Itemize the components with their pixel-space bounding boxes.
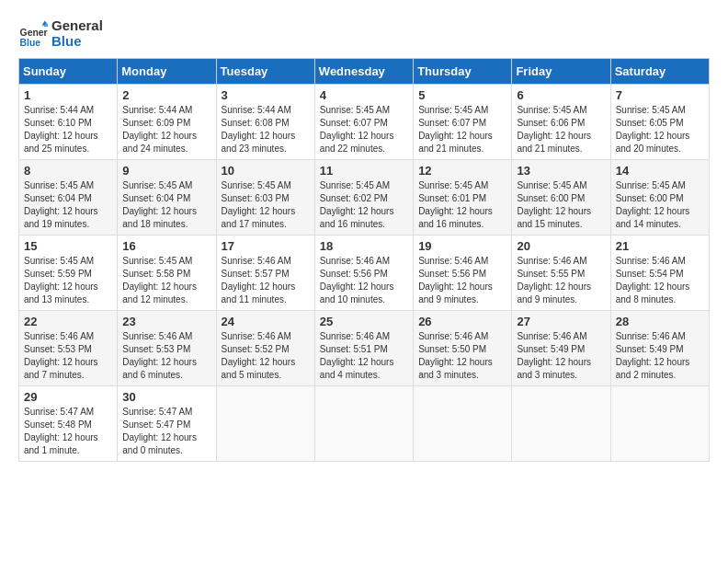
calendar-cell: 23Sunrise: 5:46 AMSunset: 5:53 PMDayligh… (118, 311, 216, 386)
calendar-week-1: 1Sunrise: 5:44 AMSunset: 6:10 PMDaylight… (19, 85, 710, 160)
calendar-cell (512, 386, 610, 462)
calendar-cell: 25Sunrise: 5:46 AMSunset: 5:51 PMDayligh… (314, 311, 413, 386)
cell-info: Sunrise: 5:46 AMSunset: 5:51 PMDaylight:… (320, 330, 408, 382)
cell-info: Sunrise: 5:45 AMSunset: 6:03 PMDaylight:… (222, 179, 310, 231)
header-friday: Friday (512, 59, 610, 85)
cell-info: Sunrise: 5:45 AMSunset: 6:01 PMDaylight:… (418, 179, 506, 231)
calendar-cell: 12Sunrise: 5:45 AMSunset: 6:01 PMDayligh… (414, 160, 512, 236)
day-number: 18 (320, 239, 408, 253)
calendar-cell: 20Sunrise: 5:46 AMSunset: 5:55 PMDayligh… (512, 236, 610, 311)
day-number: 2 (122, 88, 210, 102)
cell-info: Sunrise: 5:46 AMSunset: 5:56 PMDaylight:… (418, 255, 506, 306)
day-number: 1 (24, 88, 112, 102)
day-number: 28 (616, 315, 704, 328)
day-number: 21 (616, 239, 704, 253)
calendar-table: SundayMondayTuesdayWednesdayThursdayFrid… (18, 58, 710, 462)
cell-info: Sunrise: 5:47 AMSunset: 5:48 PMDaylight:… (24, 406, 112, 457)
logo-icon: General Blue (18, 19, 48, 49)
calendar-cell: 9Sunrise: 5:45 AMSunset: 6:04 PMDaylight… (118, 160, 216, 236)
header-wednesday: Wednesday (314, 59, 413, 85)
logo-blue: Blue (51, 34, 103, 50)
day-number: 19 (418, 239, 506, 253)
day-number: 20 (517, 239, 605, 253)
calendar-cell: 13Sunrise: 5:45 AMSunset: 6:00 PMDayligh… (512, 160, 610, 236)
cell-info: Sunrise: 5:45 AMSunset: 6:04 PMDaylight:… (24, 179, 112, 231)
day-number: 6 (517, 88, 605, 102)
day-number: 15 (24, 239, 112, 253)
calendar-cell (414, 386, 512, 462)
cell-info: Sunrise: 5:45 AMSunset: 5:59 PMDaylight:… (24, 255, 112, 306)
day-number: 23 (122, 315, 210, 328)
cell-info: Sunrise: 5:46 AMSunset: 5:56 PMDaylight:… (320, 255, 408, 306)
cell-info: Sunrise: 5:46 AMSunset: 5:55 PMDaylight:… (517, 255, 605, 306)
calendar-week-5: 29Sunrise: 5:47 AMSunset: 5:48 PMDayligh… (19, 386, 710, 462)
day-number: 17 (222, 239, 310, 253)
calendar-cell: 22Sunrise: 5:46 AMSunset: 5:53 PMDayligh… (19, 311, 118, 386)
cell-info: Sunrise: 5:45 AMSunset: 6:05 PMDaylight:… (616, 104, 704, 155)
day-number: 8 (24, 164, 112, 178)
cell-info: Sunrise: 5:45 AMSunset: 5:58 PMDaylight:… (122, 255, 210, 306)
svg-text:Blue: Blue (20, 37, 41, 47)
cell-info: Sunrise: 5:45 AMSunset: 6:02 PMDaylight:… (320, 179, 408, 231)
day-number: 24 (222, 315, 310, 328)
calendar-cell: 6Sunrise: 5:45 AMSunset: 6:06 PMDaylight… (512, 85, 610, 160)
calendar-cell: 1Sunrise: 5:44 AMSunset: 6:10 PMDaylight… (19, 85, 118, 160)
day-number: 11 (320, 164, 408, 178)
header-tuesday: Tuesday (216, 59, 314, 85)
calendar-cell: 18Sunrise: 5:46 AMSunset: 5:56 PMDayligh… (314, 236, 413, 311)
cell-info: Sunrise: 5:45 AMSunset: 6:00 PMDaylight:… (616, 179, 704, 231)
calendar-week-3: 15Sunrise: 5:45 AMSunset: 5:59 PMDayligh… (19, 236, 710, 311)
cell-info: Sunrise: 5:45 AMSunset: 6:04 PMDaylight:… (122, 179, 210, 231)
cell-info: Sunrise: 5:46 AMSunset: 5:57 PMDaylight:… (222, 255, 310, 306)
day-number: 26 (418, 315, 506, 328)
logo: General Blue General Blue (18, 18, 103, 49)
calendar-cell: 14Sunrise: 5:45 AMSunset: 6:00 PMDayligh… (610, 160, 709, 236)
day-number: 13 (517, 164, 605, 178)
day-number: 10 (222, 164, 310, 178)
cell-info: Sunrise: 5:44 AMSunset: 6:08 PMDaylight:… (222, 104, 310, 155)
calendar-cell: 4Sunrise: 5:45 AMSunset: 6:07 PMDaylight… (314, 85, 413, 160)
cell-info: Sunrise: 5:45 AMSunset: 6:00 PMDaylight:… (517, 179, 605, 231)
cell-info: Sunrise: 5:44 AMSunset: 6:10 PMDaylight:… (24, 104, 112, 155)
day-number: 7 (616, 88, 704, 102)
day-number: 29 (24, 390, 112, 404)
cell-info: Sunrise: 5:45 AMSunset: 6:07 PMDaylight:… (320, 104, 408, 155)
logo-general: General (51, 18, 103, 34)
calendar-week-2: 8Sunrise: 5:45 AMSunset: 6:04 PMDaylight… (19, 160, 710, 236)
cell-info: Sunrise: 5:44 AMSunset: 6:09 PMDaylight:… (122, 104, 210, 155)
calendar-cell: 27Sunrise: 5:46 AMSunset: 5:49 PMDayligh… (512, 311, 610, 386)
day-number: 14 (616, 164, 704, 178)
calendar-cell: 19Sunrise: 5:46 AMSunset: 5:56 PMDayligh… (414, 236, 512, 311)
header-sunday: Sunday (19, 59, 118, 85)
cell-info: Sunrise: 5:46 AMSunset: 5:54 PMDaylight:… (616, 255, 704, 306)
calendar-cell: 28Sunrise: 5:46 AMSunset: 5:49 PMDayligh… (610, 311, 709, 386)
day-number: 27 (517, 315, 605, 328)
calendar-cell (610, 386, 709, 462)
calendar-cell: 7Sunrise: 5:45 AMSunset: 6:05 PMDaylight… (610, 85, 709, 160)
header-saturday: Saturday (610, 59, 709, 85)
svg-text:General: General (20, 27, 48, 37)
cell-info: Sunrise: 5:46 AMSunset: 5:49 PMDaylight:… (616, 330, 704, 382)
cell-info: Sunrise: 5:46 AMSunset: 5:53 PMDaylight:… (122, 330, 210, 382)
calendar-cell: 21Sunrise: 5:46 AMSunset: 5:54 PMDayligh… (610, 236, 709, 311)
calendar-cell: 5Sunrise: 5:45 AMSunset: 6:07 PMDaylight… (414, 85, 512, 160)
cell-info: Sunrise: 5:45 AMSunset: 6:07 PMDaylight:… (418, 104, 506, 155)
header-monday: Monday (118, 59, 216, 85)
day-number: 25 (320, 315, 408, 328)
calendar-cell: 11Sunrise: 5:45 AMSunset: 6:02 PMDayligh… (314, 160, 413, 236)
day-number: 12 (418, 164, 506, 178)
calendar-cell: 10Sunrise: 5:45 AMSunset: 6:03 PMDayligh… (216, 160, 314, 236)
header-thursday: Thursday (414, 59, 512, 85)
calendar-cell (314, 386, 413, 462)
calendar-cell: 24Sunrise: 5:46 AMSunset: 5:52 PMDayligh… (216, 311, 314, 386)
calendar-cell: 3Sunrise: 5:44 AMSunset: 6:08 PMDaylight… (216, 85, 314, 160)
calendar-cell: 8Sunrise: 5:45 AMSunset: 6:04 PMDaylight… (19, 160, 118, 236)
day-number: 4 (320, 88, 408, 102)
day-number: 16 (122, 239, 210, 253)
calendar-cell: 17Sunrise: 5:46 AMSunset: 5:57 PMDayligh… (216, 236, 314, 311)
calendar-cell: 16Sunrise: 5:45 AMSunset: 5:58 PMDayligh… (118, 236, 216, 311)
calendar-header-row: SundayMondayTuesdayWednesdayThursdayFrid… (19, 59, 710, 85)
cell-info: Sunrise: 5:46 AMSunset: 5:49 PMDaylight:… (517, 330, 605, 382)
cell-info: Sunrise: 5:46 AMSunset: 5:52 PMDaylight:… (222, 330, 310, 382)
day-number: 3 (222, 88, 310, 102)
